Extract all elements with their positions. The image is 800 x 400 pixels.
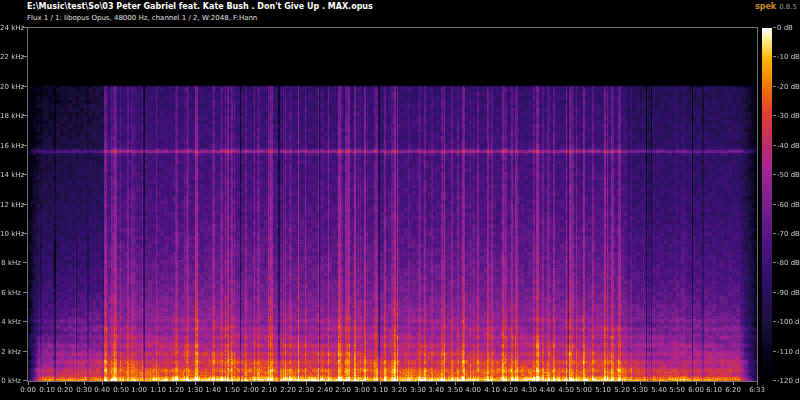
freq-tick-label: 18 kHz bbox=[0, 112, 21, 120]
db-tick-mark bbox=[773, 27, 776, 28]
legend-gradient bbox=[762, 28, 772, 381]
freq-tick-mark bbox=[23, 351, 27, 352]
db-tick-mark bbox=[773, 204, 776, 205]
time-tick-mark bbox=[306, 382, 307, 385]
freq-tick-label: 4 kHz bbox=[0, 318, 21, 326]
db-tick-label: -120 dB bbox=[777, 377, 800, 385]
db-tick-mark bbox=[773, 174, 776, 175]
time-tick-mark bbox=[325, 382, 326, 385]
time-tick-mark bbox=[213, 382, 214, 385]
time-tick-mark bbox=[659, 382, 660, 385]
time-tick-mark bbox=[757, 382, 758, 385]
time-tick-mark bbox=[47, 382, 48, 385]
file-path-title: E:\Music\test\So\03 Peter Gabriel feat. … bbox=[27, 2, 373, 11]
time-tick-mark bbox=[176, 382, 177, 385]
freq-tick-label: 24 kHz bbox=[0, 24, 21, 32]
stream-info: Flux 1 / 1: libopus Opus, 48000 Hz, chan… bbox=[27, 14, 257, 22]
db-tick-mark bbox=[773, 262, 776, 263]
db-tick-mark bbox=[773, 380, 776, 381]
time-tick-mark bbox=[269, 382, 270, 385]
db-tick-label: -100 dB bbox=[777, 318, 800, 326]
freq-tick-mark bbox=[23, 292, 27, 293]
time-tick-mark bbox=[640, 382, 641, 385]
freq-tick-label: 6 kHz bbox=[0, 289, 21, 297]
db-tick-label: -90 dB bbox=[777, 289, 800, 297]
time-tick-mark bbox=[622, 382, 623, 385]
time-tick-mark bbox=[195, 382, 196, 385]
app-version: 0.8.5 bbox=[779, 3, 797, 11]
time-tick-mark bbox=[677, 382, 678, 385]
time-tick-label: 6:20 bbox=[722, 386, 744, 394]
spek-window: E:\Music\test\So\03 Peter Gabriel feat. … bbox=[0, 0, 800, 400]
freq-tick-label: 12 kHz bbox=[0, 201, 21, 209]
time-tick-mark bbox=[696, 382, 697, 385]
time-tick-mark bbox=[399, 382, 400, 385]
time-tick-mark bbox=[418, 382, 419, 385]
time-tick-mark bbox=[84, 382, 85, 385]
db-tick-label: -10 dB bbox=[777, 53, 800, 61]
time-tick-mark bbox=[473, 382, 474, 385]
freq-tick-label: 16 kHz bbox=[0, 142, 21, 150]
db-tick-mark bbox=[773, 145, 776, 146]
db-tick-label: -80 dB bbox=[777, 259, 800, 267]
app-logo: spek0.8.5 bbox=[755, 2, 797, 11]
db-tick-mark bbox=[773, 115, 776, 116]
db-tick-label: -40 dB bbox=[777, 142, 800, 150]
db-tick-label: 0 dB bbox=[777, 24, 793, 32]
freq-tick-label: 0 kHz bbox=[0, 377, 21, 385]
freq-tick-label: 10 kHz bbox=[0, 230, 21, 238]
db-tick-mark bbox=[773, 292, 776, 293]
app-name: spek bbox=[755, 2, 776, 11]
time-tick-mark bbox=[232, 382, 233, 385]
time-tick-mark bbox=[603, 382, 604, 385]
time-tick-mark bbox=[510, 382, 511, 385]
time-tick-mark bbox=[584, 382, 585, 385]
time-tick-mark bbox=[288, 382, 289, 385]
db-tick-label: -50 dB bbox=[777, 171, 800, 179]
time-tick-mark bbox=[714, 382, 715, 385]
time-tick-mark bbox=[158, 382, 159, 385]
time-tick-mark bbox=[28, 382, 29, 385]
spectrogram-canvas bbox=[28, 28, 757, 381]
time-tick-mark bbox=[733, 382, 734, 385]
db-tick-label: -70 dB bbox=[777, 230, 800, 238]
db-tick-mark bbox=[773, 233, 776, 234]
db-tick-mark bbox=[773, 321, 776, 322]
db-tick-mark bbox=[773, 56, 776, 57]
time-tick-mark bbox=[380, 382, 381, 385]
freq-tick-mark bbox=[23, 262, 27, 263]
spectrogram-plot bbox=[27, 27, 758, 382]
time-tick-mark bbox=[343, 382, 344, 385]
time-tick-mark bbox=[65, 382, 66, 385]
time-tick-mark bbox=[362, 382, 363, 385]
freq-tick-mark bbox=[23, 321, 27, 322]
db-tick-label: -110 dB bbox=[777, 348, 800, 356]
time-tick-mark bbox=[436, 382, 437, 385]
time-tick-mark bbox=[492, 382, 493, 385]
time-tick-mark bbox=[139, 382, 140, 385]
time-tick-label: 6:33 bbox=[746, 386, 768, 394]
freq-tick-mark bbox=[23, 380, 27, 381]
time-tick-mark bbox=[102, 382, 103, 385]
time-tick-mark bbox=[251, 382, 252, 385]
freq-tick-label: 22 kHz bbox=[0, 53, 21, 61]
time-tick-mark bbox=[566, 382, 567, 385]
time-tick-mark bbox=[547, 382, 548, 385]
freq-tick-label: 20 kHz bbox=[0, 83, 21, 91]
db-tick-mark bbox=[773, 351, 776, 352]
db-tick-label: -20 dB bbox=[777, 83, 800, 91]
time-tick-mark bbox=[529, 382, 530, 385]
freq-tick-label: 8 kHz bbox=[0, 259, 21, 267]
db-tick-mark bbox=[773, 86, 776, 87]
freq-tick-label: 2 kHz bbox=[0, 348, 21, 356]
freq-tick-label: 14 kHz bbox=[0, 171, 21, 179]
time-tick-mark bbox=[455, 382, 456, 385]
db-tick-label: -30 dB bbox=[777, 112, 800, 120]
time-tick-mark bbox=[121, 382, 122, 385]
db-tick-label: -60 dB bbox=[777, 201, 800, 209]
